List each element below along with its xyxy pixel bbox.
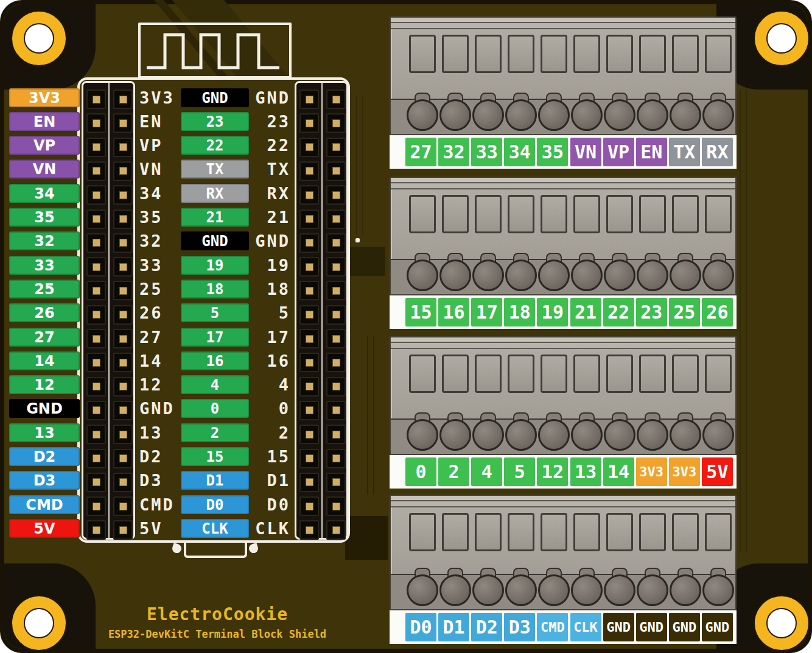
silkscreen-label-left: 14 — [139, 351, 178, 370]
silkscreen-label-right: 0 — [245, 399, 290, 418]
silkscreen-label-right: GND — [245, 231, 290, 250]
mid-label-box-17: 17 — [181, 328, 249, 347]
silkscreen-label-left: 25 — [139, 280, 178, 298]
mid-label-box-2: 2 — [181, 423, 249, 442]
left-label-box-34: 34 — [9, 184, 80, 203]
silkscreen-label-right: TX — [245, 160, 290, 178]
left-label-box-en: EN — [9, 112, 80, 131]
silkscreen-label-right: D0 — [245, 495, 290, 514]
silkscreen-label-right: GND — [245, 88, 290, 107]
mid-label-box-d0: D0 — [181, 495, 249, 514]
brand-name: ElectroCookie — [47, 604, 388, 624]
silkscreen-label-right: 15 — [245, 447, 290, 466]
left-label-box-32: 32 — [9, 231, 80, 250]
silkscreen-label-left: D3 — [139, 471, 178, 490]
product-image: 3V33V3GNDGNDENEN2323VPVP2222VNVNTXTX3434… — [0, 0, 812, 653]
mid-label-box-18: 18 — [181, 280, 249, 298]
silkscreen-label-left: CMD — [139, 495, 178, 514]
mid-label-box-0: 0 — [181, 399, 249, 418]
silkscreen-label-right: 19 — [245, 256, 290, 275]
mid-label-box-5: 5 — [181, 303, 249, 322]
left-label-box-26: 26 — [9, 303, 80, 322]
mid-label-box-d1: D1 — [181, 471, 249, 490]
mid-label-box-4: 4 — [181, 375, 249, 394]
silkscreen-label-left: 13 — [139, 423, 178, 442]
mid-label-box-16: 16 — [181, 351, 249, 370]
silkscreen-label-left: 33 — [139, 256, 178, 275]
left-label-box-cmd: CMD — [9, 495, 80, 514]
silkscreen-label-left: D2 — [139, 447, 178, 466]
silkscreen-label-right: CLK — [245, 519, 290, 538]
silkscreen-label-right: 21 — [245, 208, 290, 227]
silkscreen-label-right: D1 — [245, 471, 290, 490]
mid-label-box-gnd: GND — [181, 231, 249, 250]
silkscreen-label-left: 27 — [139, 328, 178, 347]
mid-label-box-23: 23 — [181, 112, 249, 131]
left-label-box-33: 33 — [9, 256, 80, 275]
silkscreen-label-right: 2 — [245, 423, 290, 442]
mid-label-box-rx: RX — [181, 184, 249, 203]
mid-label-box-22: 22 — [181, 136, 249, 155]
left-label-box-vp: VP — [9, 136, 80, 155]
left-label-box-14: 14 — [9, 351, 80, 370]
silkscreen-label-left: 3V3 — [139, 88, 178, 107]
left-label-box-d2: D2 — [9, 447, 80, 466]
silkscreen-label-left: VN — [139, 160, 178, 178]
silkscreen-label-right: 5 — [245, 303, 290, 322]
pin-label-rows: 3V33V3GNDGNDENEN2323VPVP2222VNVNTXTX3434… — [4, 4, 808, 649]
silkscreen-label-right: 22 — [245, 136, 290, 155]
mid-label-box-19: 19 — [181, 256, 249, 275]
silkscreen-label-left: 34 — [139, 184, 178, 203]
mid-label-box-tx: TX — [181, 160, 249, 178]
left-label-box-5v: 5V — [9, 519, 80, 538]
silkscreen-label-right: RX — [245, 184, 290, 203]
left-label-box-3v3: 3V3 — [9, 88, 80, 107]
left-label-box-d3: D3 — [9, 471, 80, 490]
silkscreen-label-left: GND — [139, 399, 178, 418]
silkscreen-label-left: VP — [139, 136, 178, 155]
board-subtitle: ESP32-DevKitC Terminal Block Shield — [47, 628, 388, 640]
silkscreen-label-left: 12 — [139, 375, 178, 394]
silkscreen-label-right: 18 — [245, 280, 290, 298]
silkscreen-label-left: 32 — [139, 231, 178, 250]
mid-label-box-21: 21 — [181, 208, 249, 227]
left-label-box-35: 35 — [9, 208, 80, 227]
mid-label-box-15: 15 — [181, 447, 249, 466]
left-label-box-vn: VN — [9, 160, 80, 178]
silkscreen-label-right: 17 — [245, 328, 290, 347]
left-label-box-25: 25 — [9, 280, 80, 298]
pcb-board: 3V33V3GNDGNDENEN2323VPVP2222VNVNTXTX3434… — [0, 0, 812, 653]
silkscreen-label-left: 5V — [139, 519, 178, 538]
silkscreen-label-left: EN — [139, 112, 178, 131]
silkscreen-label-right: 4 — [245, 375, 290, 394]
silkscreen-label-right: 23 — [245, 112, 290, 131]
brand-block: ElectroCookie ESP32-DevKitC Terminal Blo… — [47, 604, 388, 640]
mid-label-box-gnd: GND — [181, 88, 249, 107]
mid-label-box-clk: CLK — [181, 519, 249, 538]
left-label-box-gnd: GND — [9, 399, 80, 418]
left-label-box-12: 12 — [9, 375, 80, 394]
silkscreen-label-left: 26 — [139, 303, 178, 322]
left-label-box-13: 13 — [9, 423, 80, 442]
left-label-box-27: 27 — [9, 328, 80, 347]
silkscreen-label-right: 16 — [245, 351, 290, 370]
silkscreen-label-left: 35 — [139, 208, 178, 227]
